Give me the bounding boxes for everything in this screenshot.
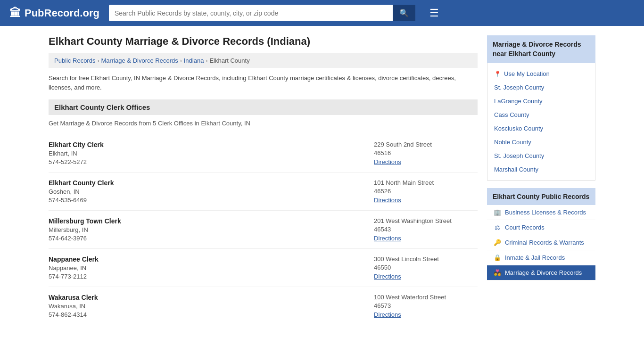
clerk-address: 100 West Waterford Street — [374, 294, 478, 301]
clerk-right: 300 West Lincoln Street 46550 Directions — [374, 255, 478, 280]
records-item[interactable]: 🔒Inmate & Jail Records — [487, 250, 595, 265]
breadcrumb-link-marriage[interactable]: Marriage & Divorce Records — [101, 57, 178, 64]
search-button[interactable]: 🔍 — [393, 5, 415, 21]
clerk-left: Wakarusa Clerk Wakarusa, IN 574-862-4314 — [49, 294, 98, 318]
clerk-directions[interactable]: Directions — [374, 311, 478, 318]
site-logo[interactable]: 🏛 PubRecord.org — [9, 7, 99, 20]
clerk-directions[interactable]: Directions — [374, 234, 478, 242]
menu-icon[interactable]: ☰ — [429, 7, 439, 19]
records-item[interactable]: ⚖Court Records — [487, 220, 595, 235]
clerk-name: Elkhart City Clerk — [49, 141, 104, 148]
clerk-left: Nappanee Clerk Nappanee, IN 574-773-2112 — [49, 255, 99, 280]
clerk-right: 101 North Main Street 46526 Directions — [374, 179, 478, 204]
nearby-item[interactable]: Cass County — [487, 108, 595, 122]
clerk-zip: 46516 — [374, 149, 478, 156]
clerk-left: Elkhart County Clerk Goshen, IN 574-535-… — [49, 179, 114, 204]
clerk-entry: Millersburg Town Clerk Millersburg, IN 5… — [49, 211, 478, 249]
clerk-address: 300 West Lincoln Street — [374, 255, 478, 263]
search-bar: 🔍 — [109, 5, 415, 21]
nearby-header: Marriage & Divorce Records near Elkhart … — [487, 35, 595, 63]
nearby-item[interactable]: Marshall County — [487, 163, 595, 176]
records-header: Elkhart County Public Records — [487, 188, 595, 205]
clerk-phone: 574-773-2112 — [49, 273, 99, 280]
clerk-entry: Elkhart City Clerk Elkhart, IN 574-522-5… — [49, 134, 478, 173]
record-icon: 🏢 — [494, 209, 501, 216]
record-label: Marriage & Divorce Records — [505, 269, 582, 276]
clerk-zip: 46526 — [374, 188, 478, 195]
breadcrumb-link-public-records[interactable]: Public Records — [54, 57, 95, 64]
clerk-phone: 574-862-4314 — [49, 311, 98, 318]
clerk-city: Goshen, IN — [49, 188, 114, 195]
clerk-left: Millersburg Town Clerk Millersburg, IN 5… — [49, 217, 121, 242]
search-icon: 🔍 — [399, 9, 409, 17]
clerk-address: 101 North Main Street — [374, 179, 478, 186]
directions-link[interactable]: Directions — [374, 158, 401, 165]
record-label: Business Licenses & Records — [505, 209, 586, 216]
main-content: Elkhart County Marriage & Divorce Record… — [49, 35, 478, 325]
directions-link[interactable]: Directions — [374, 197, 401, 204]
nearby-label: St. Joseph County — [494, 84, 544, 91]
nearby-item[interactable]: St. Joseph County — [487, 149, 595, 163]
records-item[interactable]: 💑Marriage & Divorce Records — [487, 265, 595, 280]
clerk-zip: 46550 — [374, 264, 478, 271]
location-icon: 📍 — [494, 71, 501, 77]
nearby-item[interactable]: Noble County — [487, 135, 595, 149]
logo-text: PubRecord.org — [25, 7, 99, 19]
records-item[interactable]: 🔑Criminal Records & Warrants — [487, 235, 595, 250]
nearby-label: Kosciusko County — [494, 125, 543, 132]
nearby-label: Use My Location — [504, 70, 550, 77]
records-box: Elkhart County Public Records 🏢Business … — [487, 188, 595, 280]
breadcrumb-sep-1: › — [97, 58, 99, 64]
clerk-right: 201 West Washington Street 46543 Directi… — [374, 217, 478, 242]
clerk-entry: Nappanee Clerk Nappanee, IN 574-773-2112… — [49, 249, 478, 287]
breadcrumb: Public Records › Marriage & Divorce Reco… — [49, 53, 478, 68]
nearby-list: 📍Use My LocationSt. Joseph CountyLaGrang… — [487, 63, 595, 181]
record-label: Court Records — [505, 224, 545, 231]
clerk-city: Nappanee, IN — [49, 264, 99, 272]
clerk-city: Millersburg, IN — [49, 226, 121, 233]
clerk-directions[interactable]: Directions — [374, 272, 478, 280]
directions-link[interactable]: Directions — [374, 235, 401, 242]
clerk-entry: Wakarusa Clerk Wakarusa, IN 574-862-4314… — [49, 287, 478, 325]
clerk-zip: 46573 — [374, 302, 478, 309]
clerk-address: 201 West Washington Street — [374, 217, 478, 224]
records-item[interactable]: 🏢Business Licenses & Records — [487, 205, 595, 220]
nearby-label: St. Joseph County — [494, 152, 544, 159]
sidebar: Marriage & Divorce Records near Elkhart … — [487, 35, 595, 325]
clerk-directions[interactable]: Directions — [374, 196, 478, 204]
record-icon: 💑 — [494, 269, 501, 276]
clerk-phone: 574-535-6469 — [49, 197, 114, 204]
clerk-name: Millersburg Town Clerk — [49, 217, 121, 225]
breadcrumb-current: Elkhart County — [209, 57, 249, 64]
clerk-entry: Elkhart County Clerk Goshen, IN 574-535-… — [49, 173, 478, 211]
page-description: Search for free Elkhart County, IN Marri… — [49, 74, 478, 92]
nearby-label: Noble County — [494, 139, 531, 146]
nearby-label: LaGrange County — [494, 98, 543, 105]
search-input[interactable] — [109, 5, 393, 21]
main-container: Elkhart County Marriage & Divorce Record… — [39, 26, 605, 334]
directions-link[interactable]: Directions — [374, 311, 401, 318]
directions-link[interactable]: Directions — [374, 273, 401, 280]
clerk-name: Wakarusa Clerk — [49, 294, 98, 301]
record-label: Criminal Records & Warrants — [505, 239, 584, 246]
nearby-item[interactable]: St. Joseph County — [487, 81, 595, 94]
breadcrumb-sep-3: › — [206, 58, 207, 64]
nearby-item[interactable]: 📍Use My Location — [487, 67, 595, 81]
clerk-directions[interactable]: Directions — [374, 158, 478, 165]
breadcrumb-link-indiana[interactable]: Indiana — [184, 57, 204, 64]
clerk-phone: 574-522-5272 — [49, 158, 104, 165]
record-label: Inmate & Jail Records — [505, 254, 565, 261]
nearby-item[interactable]: Kosciusko County — [487, 122, 595, 135]
clerk-zip: 46543 — [374, 226, 478, 233]
clerk-name: Nappanee Clerk — [49, 255, 99, 263]
page-title: Elkhart County Marriage & Divorce Record… — [49, 35, 478, 48]
clerk-list: Elkhart City Clerk Elkhart, IN 574-522-5… — [49, 134, 478, 325]
site-header: 🏛 PubRecord.org 🔍 ☰ — [0, 0, 644, 26]
nearby-item[interactable]: LaGrange County — [487, 94, 595, 108]
section-description: Get Marriage & Divorce Records from 5 Cl… — [49, 120, 478, 127]
breadcrumb-sep-2: › — [180, 58, 182, 64]
record-icon: ⚖ — [494, 224, 501, 231]
clerk-right: 100 West Waterford Street 46573 Directio… — [374, 294, 478, 318]
nearby-box: Marriage & Divorce Records near Elkhart … — [487, 35, 595, 181]
records-list: 🏢Business Licenses & Records⚖Court Recor… — [487, 205, 595, 280]
